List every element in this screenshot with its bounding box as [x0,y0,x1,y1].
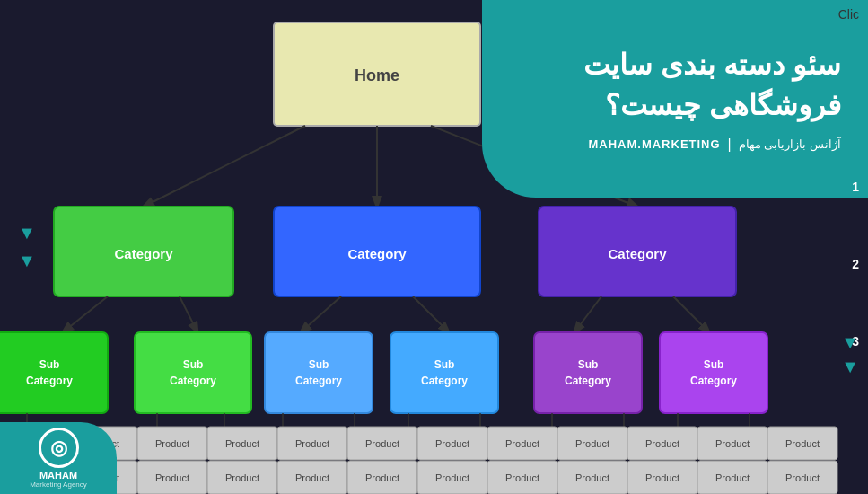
svg-text:Product: Product [785,438,820,449]
svg-text:Sub: Sub [183,358,204,371]
brand-agency: آژانس بازاریابی مهام [739,137,841,151]
svg-rect-18 [0,332,108,413]
svg-text:Product: Product [505,438,539,449]
svg-rect-30 [534,332,642,413]
svg-text:Category: Category [565,375,611,387]
svg-text:Category: Category [690,375,737,387]
click-text: Clic [838,7,859,22]
left-arrow-down[interactable]: ▼ [18,251,36,271]
svg-text:Home: Home [355,66,399,84]
svg-rect-33 [660,332,767,413]
svg-text:Product: Product [435,472,469,483]
maham-logo: ◎ MAHAM Marketing Agency [0,422,117,494]
svg-text:Sub: Sub [578,358,599,371]
svg-text:Product: Product [225,438,259,449]
level-2: 2 [852,257,859,271]
svg-rect-27 [390,332,498,413]
svg-text:Product: Product [785,472,820,483]
svg-text:Category: Category [608,246,667,261]
svg-text:Sub: Sub [39,358,60,371]
svg-text:Product: Product [645,438,679,449]
svg-text:Product: Product [155,472,189,483]
logo-name: MAHAM [39,470,77,481]
right-arrow-down[interactable]: ▼ [841,357,859,377]
svg-text:Sub: Sub [704,358,724,371]
brand-domain: MAHAM.MARKETING [588,137,720,151]
svg-text:Product: Product [225,472,259,483]
left-arrow-up[interactable]: ▼ [18,223,36,243]
svg-text:Category: Category [26,375,73,387]
svg-text:Product: Product [645,472,679,483]
right-nav-arrows[interactable]: ▼ ▼ [841,332,859,377]
svg-text:Product: Product [365,438,399,449]
persian-title: سئو دسته بندی سایت فروشگاهی چیست؟ [583,45,841,126]
level-1: 1 [852,180,859,194]
svg-rect-24 [265,332,373,413]
teal-overlay-panel: سئو دسته بندی سایت فروشگاهی چیست؟ MAHAM.… [482,0,868,198]
level-numbers: 1 2 3 [852,180,859,348]
svg-text:Product: Product [435,438,469,449]
svg-text:Product: Product [505,472,539,483]
svg-text:Product: Product [365,472,399,483]
svg-text:Product: Product [575,438,609,449]
svg-text:Product: Product [295,438,329,449]
right-arrow-up[interactable]: ▼ [841,332,859,353]
svg-text:Product: Product [715,472,750,483]
svg-text:Product: Product [155,438,189,449]
logo-icon: ◎ [39,428,79,468]
svg-text:Category: Category [421,375,468,387]
svg-text:Product: Product [715,438,750,449]
svg-text:Product: Product [575,472,609,483]
svg-text:Category: Category [295,375,342,387]
svg-text:Category: Category [114,246,173,261]
svg-rect-21 [135,332,251,413]
logo-subtitle: Marketing Agency [30,481,87,489]
svg-text:Sub: Sub [309,358,329,371]
svg-text:Category: Category [347,246,407,261]
svg-text:Product: Product [295,472,329,483]
svg-text:Sub: Sub [434,358,455,371]
svg-text:Category: Category [170,375,216,387]
left-nav-arrows[interactable]: ▼ ▼ [18,223,36,271]
brand-bar: MAHAM.MARKETING | آژانس بازاریابی مهام [588,137,841,153]
